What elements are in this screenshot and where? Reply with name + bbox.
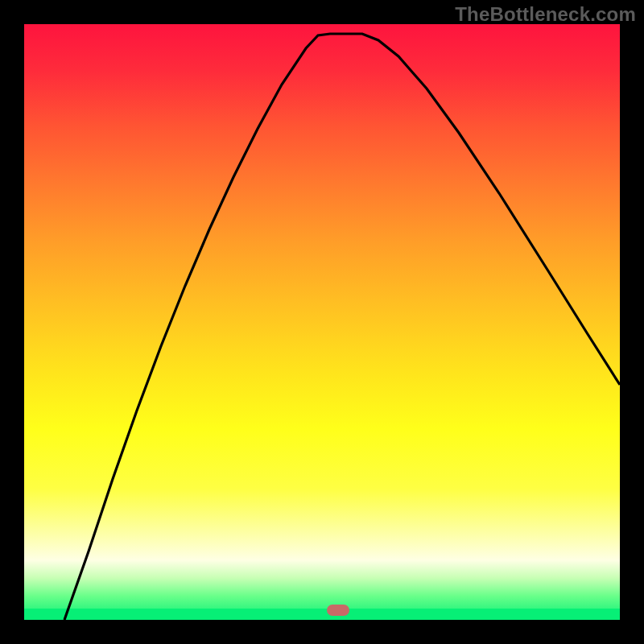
watermark-text: TheBottleneck.com (455, 3, 636, 26)
chart-frame: TheBottleneck.com (0, 0, 644, 644)
bottleneck-curve (24, 24, 620, 620)
target-marker (327, 605, 349, 616)
plot-area (24, 24, 620, 620)
